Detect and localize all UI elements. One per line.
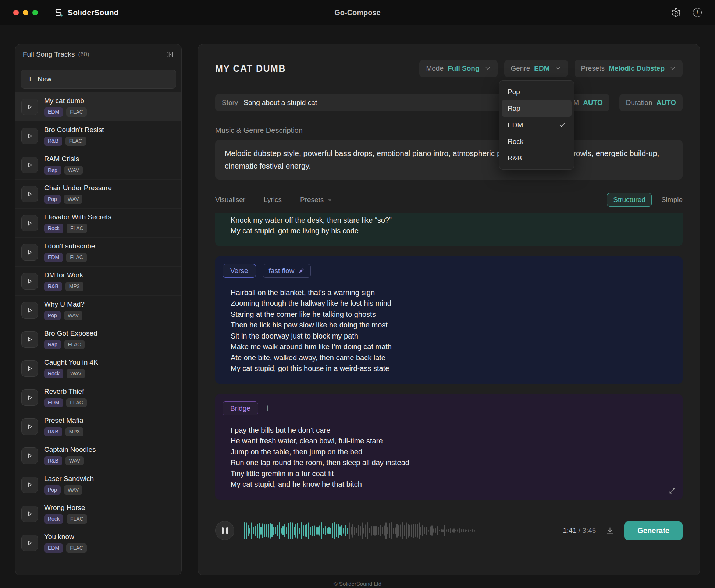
play-button[interactable] — [21, 244, 38, 261]
genre-menu-item[interactable]: Rap — [502, 100, 572, 117]
play-button[interactable] — [21, 418, 38, 435]
track-row[interactable]: DM for Work R&B MP3 — [15, 267, 181, 296]
lyric-line: Ate one bite, walked away, then came bac… — [231, 353, 672, 364]
tag-row: Rock FLAC — [44, 514, 87, 524]
time-display: 1:41 / 3:45 — [563, 527, 596, 535]
play-button[interactable] — [21, 157, 38, 173]
minimize-window-button[interactable] — [23, 10, 28, 15]
track-row[interactable]: You know EDM FLAC — [15, 528, 181, 557]
genre-tag: EDM — [44, 253, 63, 262]
waveform-bar — [419, 522, 420, 539]
track-title: RAM Crisis — [44, 155, 83, 163]
track-row[interactable]: Wrong Horse Rock FLAC — [15, 499, 181, 528]
new-track-button[interactable]: + New — [21, 70, 176, 89]
waveform-bar — [345, 525, 346, 536]
tab-visualiser[interactable]: Visualiser — [215, 196, 245, 204]
description-input[interactable]: Melodic dubstep style, powerful bass dro… — [215, 140, 683, 180]
waveform-bar — [465, 529, 466, 532]
settings-gear-icon[interactable] — [671, 8, 681, 18]
genre-menu-item[interactable]: EDM — [502, 117, 572, 133]
section-type-badge[interactable]: Verse — [223, 264, 256, 278]
format-tag: FLAC — [66, 543, 87, 553]
close-window-button[interactable] — [13, 10, 19, 15]
mode-dropdown[interactable]: Mode Full Song — [419, 60, 497, 77]
track-row[interactable]: Laser Sandwich Pop WAV — [15, 470, 181, 499]
lyric-line: Staring at the corner like he talking to… — [231, 309, 672, 320]
track-row[interactable]: Chair Under Pressure Pop WAV — [15, 180, 181, 209]
tag-row: Pop WAV — [44, 485, 94, 495]
genre-menu-item[interactable]: Rock — [502, 133, 572, 150]
track-title: Caught You in 4K — [44, 358, 98, 366]
format-tag: FLAC — [64, 340, 85, 349]
zoom-window-button[interactable] — [32, 10, 38, 15]
style-tag[interactable]: fast flow — [263, 264, 311, 278]
track-row[interactable]: Reverb Thief EDM FLAC — [15, 383, 181, 412]
section-type-badge[interactable]: Bridge — [223, 401, 258, 415]
pause-icon — [226, 527, 228, 534]
play-button[interactable] — [21, 360, 38, 377]
play-button[interactable] — [21, 128, 38, 144]
play-button[interactable] — [21, 273, 38, 290]
presets-dropdown[interactable]: Presets Melodic Dubstep — [575, 60, 683, 77]
expand-icon[interactable] — [669, 487, 676, 495]
play-button[interactable] — [21, 477, 38, 493]
structured-toggle[interactable]: Structured — [607, 193, 652, 207]
lyrics-viewport[interactable]: Same dry food every day, still flexing o… — [215, 213, 683, 508]
footer: © SoliderSound Ltd — [0, 581, 715, 587]
play-button[interactable] — [21, 535, 38, 551]
track-info: Captain Noodles R&B WAV — [44, 446, 96, 465]
genre-tag: Rap — [44, 340, 61, 349]
tab-presets[interactable]: Presets — [300, 196, 333, 204]
pause-button[interactable] — [215, 521, 234, 540]
edit-pencil-icon[interactable] — [298, 268, 305, 274]
play-button[interactable] — [21, 215, 38, 231]
play-icon — [26, 365, 33, 372]
duration-control[interactable]: Duration AUTO — [619, 94, 683, 111]
waveform-bar — [288, 523, 289, 539]
play-button[interactable] — [21, 99, 38, 115]
view-toggle: Structured Simple — [607, 193, 683, 207]
lyric-line: Run one lap round the room, then sleep a… — [231, 457, 672, 468]
lyric-line: Jump on the table, then jump on the bed — [231, 447, 672, 458]
collapse-sidebar-icon[interactable] — [166, 50, 174, 59]
play-button[interactable] — [21, 447, 38, 464]
track-row[interactable]: RAM Crisis Rap WAV — [15, 150, 181, 180]
waveform-bar — [426, 527, 427, 535]
track-row[interactable]: Bro Couldn’t Resist R&B FLAC — [15, 121, 181, 150]
waveform-bar — [319, 525, 320, 536]
play-button[interactable] — [21, 506, 38, 522]
info-icon[interactable]: i — [693, 8, 702, 17]
download-icon[interactable] — [605, 526, 615, 535]
lyric-line: Knock my water off the desk, then stare … — [231, 215, 672, 226]
add-section-button[interactable]: + — [265, 403, 271, 413]
track-row[interactable]: Captain Noodles R&B WAV — [15, 441, 181, 470]
waveform-bar — [360, 526, 361, 536]
genre-tag: Pop — [44, 195, 61, 204]
brand-logo-icon — [53, 7, 64, 18]
tab-lyrics[interactable]: Lyrics — [264, 196, 282, 204]
genre-menu-item[interactable]: R&B — [502, 150, 572, 166]
play-button[interactable] — [21, 186, 38, 202]
track-info: Why U Mad? Pop WAV — [44, 300, 85, 320]
track-row[interactable]: Preset Mafia R&B MP3 — [15, 412, 181, 441]
genre-dropdown[interactable]: Genre EDM — [504, 60, 568, 77]
track-row[interactable]: My cat dumb EDM FLAC — [15, 92, 181, 121]
play-button[interactable] — [21, 302, 38, 319]
waveform[interactable] — [244, 520, 553, 541]
simple-toggle[interactable]: Simple — [661, 196, 683, 204]
waveform-bar — [294, 527, 295, 535]
format-tag: WAV — [65, 456, 84, 465]
track-row[interactable]: I don’t subscribe EDM FLAC — [15, 238, 181, 267]
lyric-lines: Same dry food every day, still flexing o… — [231, 213, 672, 237]
story-input[interactable]: Story Song about a stupid cat — [215, 94, 547, 111]
track-row[interactable]: Bro Got Exposed Rap FLAC — [15, 325, 181, 354]
waveform-bar — [282, 526, 284, 535]
track-row[interactable]: Elevator With Secrets Rock FLAC — [15, 209, 181, 238]
play-button[interactable] — [21, 331, 38, 348]
play-button[interactable] — [21, 389, 38, 406]
track-row[interactable]: Caught You in 4K Rock WAV — [15, 354, 181, 383]
track-row[interactable]: Why U Mad? Pop WAV — [15, 296, 181, 325]
waveform-bar — [472, 529, 473, 532]
genre-menu-item[interactable]: Pop — [502, 84, 572, 100]
generate-button[interactable]: Generate — [624, 521, 683, 540]
